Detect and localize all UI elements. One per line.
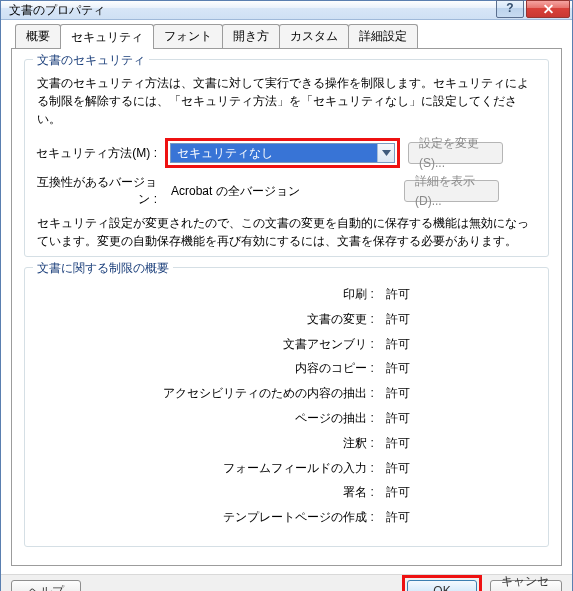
table-row: フォームフィールドの入力 : 許可	[157, 456, 416, 481]
table-row: 文書の変更 : 許可	[157, 307, 416, 332]
chevron-down-icon[interactable]	[377, 144, 394, 162]
restriction-label: 文書アセンブリ :	[157, 332, 380, 357]
security-method-row: セキュリティ方法(M) : セキュリティなし 設定を変更(S)...	[35, 138, 538, 168]
dialog-window: 文書のプロパティ ? 概要 セキュリティ フォント 開き方 カスタム 詳細設定 …	[0, 0, 573, 591]
restriction-value: 許可	[380, 282, 416, 307]
dialog-footer: ヘルプ OK キャンセル	[1, 574, 572, 591]
table-row: アクセシビリティのための内容の抽出 : 許可	[157, 381, 416, 406]
help-button[interactable]: ヘルプ	[11, 580, 81, 591]
table-row: 文書アセンブリ : 許可	[157, 332, 416, 357]
restrictions-table: 印刷 : 許可 文書の変更 : 許可 文書アセンブリ : 許可 内容のコピー :…	[157, 282, 416, 530]
group-restrictions: 文書に関する制限の概要 印刷 : 許可 文書の変更 : 許可 文書アセンブリ :…	[24, 267, 549, 547]
tab-open[interactable]: 開き方	[222, 24, 280, 48]
restriction-value: 許可	[380, 456, 416, 481]
compat-label: 互換性があるバージョン :	[35, 174, 165, 208]
change-settings-button[interactable]: 設定を変更(S)...	[408, 142, 503, 164]
restriction-value: 許可	[380, 505, 416, 530]
restriction-value: 許可	[380, 356, 416, 381]
restriction-value: 許可	[380, 431, 416, 456]
close-icon[interactable]	[526, 0, 570, 18]
compat-value: Acrobat の全バージョン	[165, 183, 396, 200]
ok-button[interactable]: OK	[407, 580, 477, 591]
table-row: 内容のコピー : 許可	[157, 356, 416, 381]
security-method-highlight: セキュリティなし	[165, 138, 400, 168]
tabpage-security: 文書のセキュリティ 文書のセキュリティ方法は、文書に対して実行できる操作を制限し…	[11, 48, 562, 566]
security-method-combobox[interactable]: セキュリティなし	[170, 143, 395, 163]
restriction-value: 許可	[380, 381, 416, 406]
restriction-value: 許可	[380, 332, 416, 357]
tab-custom[interactable]: カスタム	[279, 24, 349, 48]
security-method-label: セキュリティ方法(M) :	[35, 145, 165, 162]
show-details-button[interactable]: 詳細を表示(D)...	[404, 180, 499, 202]
table-row: 印刷 : 許可	[157, 282, 416, 307]
titlebar-help-button[interactable]: ?	[496, 0, 524, 18]
titlebar: 文書のプロパティ ?	[1, 1, 572, 20]
group-document-security-title: 文書のセキュリティ	[33, 52, 149, 69]
tab-summary[interactable]: 概要	[15, 24, 61, 48]
restriction-label: 印刷 :	[157, 282, 380, 307]
security-description: 文書のセキュリティ方法は、文書に対して実行できる操作を制限します。セキュリティに…	[37, 74, 536, 128]
table-row: ページの抽出 : 許可	[157, 406, 416, 431]
ok-highlight: OK	[402, 575, 482, 591]
tab-security[interactable]: セキュリティ	[60, 24, 154, 49]
restriction-label: テンプレートページの作成 :	[157, 505, 380, 530]
security-method-value: セキュリティなし	[171, 145, 377, 162]
group-restrictions-title: 文書に関する制限の概要	[33, 260, 173, 277]
restriction-value: 許可	[380, 307, 416, 332]
tabstrip: 概要 セキュリティ フォント 開き方 カスタム 詳細設定	[15, 26, 562, 48]
titlebar-button-group: ?	[494, 1, 570, 19]
restriction-value: 許可	[380, 406, 416, 431]
client-area: 概要 セキュリティ フォント 開き方 カスタム 詳細設定 文書のセキュリティ 文…	[1, 20, 572, 574]
restriction-label: 文書の変更 :	[157, 307, 380, 332]
restriction-value: 許可	[380, 480, 416, 505]
restriction-label: フォームフィールドの入力 :	[157, 456, 380, 481]
restriction-label: 署名 :	[157, 480, 380, 505]
restriction-label: アクセシビリティのための内容の抽出 :	[157, 381, 380, 406]
table-row: 署名 : 許可	[157, 480, 416, 505]
restriction-label: ページの抽出 :	[157, 406, 380, 431]
restriction-label: 注釈 :	[157, 431, 380, 456]
compat-row: 互換性があるバージョン : Acrobat の全バージョン 詳細を表示(D)..…	[35, 174, 538, 208]
cancel-button[interactable]: キャンセル	[490, 580, 562, 591]
restriction-label: 内容のコピー :	[157, 356, 380, 381]
table-row: テンプレートページの作成 : 許可	[157, 505, 416, 530]
tab-font[interactable]: フォント	[153, 24, 223, 48]
tab-advanced[interactable]: 詳細設定	[348, 24, 418, 48]
security-note: セキュリティ設定が変更されたので、この文書の変更を自動的に保存する機能は無効にな…	[37, 214, 536, 250]
group-document-security: 文書のセキュリティ 文書のセキュリティ方法は、文書に対して実行できる操作を制限し…	[24, 59, 549, 257]
window-title: 文書のプロパティ	[9, 2, 105, 19]
table-row: 注釈 : 許可	[157, 431, 416, 456]
